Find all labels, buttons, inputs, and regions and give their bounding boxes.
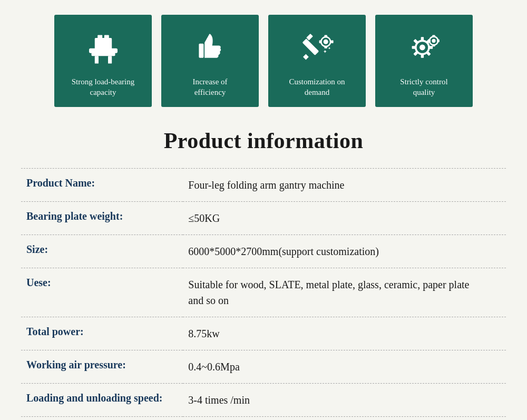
feature-label-efficiency: Increase ofefficiency [187,76,232,98]
feature-label-load-bearing: Strong load-bearingcapacity [66,76,140,98]
svg-rect-6 [104,35,109,39]
svg-rect-8 [302,38,319,55]
feature-card-customization: ✦ ✦ Customization ondemand [268,15,366,107]
feature-card-efficiency: Increase ofefficiency [161,15,259,107]
svg-rect-32 [432,44,435,47]
feature-card-load-bearing: Strong load-bearingcapacity [54,15,152,107]
svg-rect-14 [324,46,327,48]
feature-card-quality: Strictly controlquality [375,15,473,107]
svg-rect-24 [429,46,433,48]
spec-label: Uese: [21,268,183,317]
spec-value: ≤50KG [183,202,506,235]
spec-label: Bearing plate weight: [21,202,183,235]
table-row: Size:6000*5000*2700mm(support customizat… [21,235,506,268]
svg-rect-5 [97,35,102,39]
spec-value: 6000*5000*2700mm(support customization) [183,235,506,268]
svg-rect-21 [421,37,423,41]
svg-rect-22 [421,54,423,58]
table-row: Bearing plate weight:≤50KG [21,202,506,235]
svg-rect-23 [412,46,415,48]
svg-rect-1 [94,56,98,63]
svg-text:✦: ✦ [323,49,327,54]
svg-point-12 [323,40,328,44]
svg-marker-9 [303,54,309,60]
pencil-gear-icon: ✦ ✦ [296,26,338,69]
svg-rect-34 [437,40,440,42]
spec-label: Total power: [21,317,183,350]
spec-value: 0.4~0.6Mpa [183,350,506,384]
load-bearing-icon [82,26,124,69]
svg-rect-16 [331,41,334,43]
spec-value: Four-leg folding arm gantry machine [183,169,506,202]
spec-label: Size: [21,235,183,268]
spec-label: Product Name: [21,169,183,202]
spec-value: 8.75kw [183,317,506,350]
svg-rect-2 [108,56,112,63]
spec-value: Suitable for wood, SLATE, metal plate, g… [183,268,506,317]
svg-text:✦: ✦ [327,46,330,51]
page-title: Product information [21,128,506,153]
svg-point-30 [432,39,435,43]
product-info-section: Product information Product Name:Four-le… [0,123,527,420]
table-row: Loading and unloading speed:3-4 times /m… [21,384,506,417]
svg-rect-7 [199,44,203,58]
features-section: Strong load-bearingcapacity Increase ofe… [0,0,527,123]
svg-rect-33 [428,40,431,42]
spec-value: 3-4 times /min [183,384,506,417]
spec-label: Working air pressure: [21,350,183,384]
product-specs-table: Product Name:Four-leg folding arm gantry… [21,168,506,417]
feature-label-customization: Customization ondemand [284,76,350,98]
svg-rect-13 [324,35,327,38]
table-row: Working air pressure:0.4~0.6Mpa [21,350,506,384]
gear-icon [403,26,445,69]
svg-rect-15 [319,41,321,43]
table-row: Product Name:Four-leg folding arm gantry… [21,169,506,202]
svg-point-20 [419,45,425,51]
svg-rect-31 [432,35,435,38]
svg-rect-4 [94,38,111,50]
thumbs-up-icon [189,26,231,69]
svg-rect-10 [306,34,313,41]
spec-label: Loading and unloading speed: [21,384,183,417]
table-row: Total power:8.75kw [21,317,506,350]
table-row: Uese:Suitable for wood, SLATE, metal pla… [21,268,506,317]
feature-label-quality: Strictly controlquality [395,76,453,98]
